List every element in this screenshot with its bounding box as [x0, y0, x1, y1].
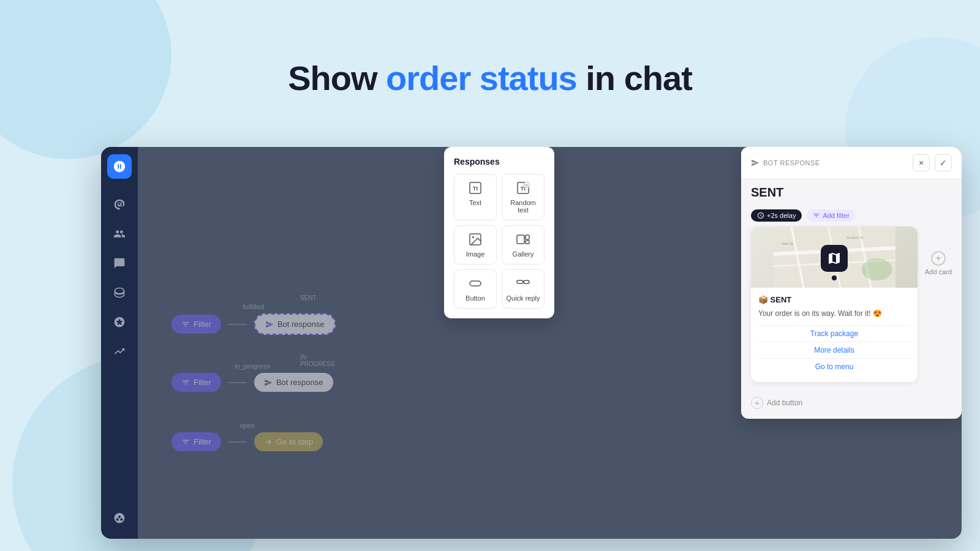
- sidebar-item-integrations[interactable]: [107, 506, 132, 530]
- response-item-random-text-label: Random text: [506, 199, 540, 214]
- delay-tag-label: +2s delay: [767, 212, 796, 219]
- text-icon: Tt: [468, 181, 483, 195]
- map-pin: [821, 245, 848, 272]
- responses-panel: Responses Tt Text Tt Tt: [444, 147, 554, 318]
- app-logo[interactable]: [107, 154, 132, 179]
- filter-tag-label: Add filter: [823, 212, 849, 219]
- confirm-button[interactable]: ✓: [935, 154, 952, 171]
- title-part1: Show: [288, 59, 386, 97]
- card-link-track[interactable]: Track package: [758, 325, 910, 342]
- page-title: Show order status in chat: [0, 58, 980, 98]
- sidebar-item-trends[interactable]: [107, 339, 132, 364]
- main-ui-container: fulfilled Filter Bot response SENT in_p: [101, 147, 962, 539]
- sidebar-item-users[interactable]: [107, 222, 132, 246]
- bot-response-panel: BOT RESPONSE × ✓ SENT +2s delay Add filt…: [741, 147, 962, 419]
- filter-tag[interactable]: Add filter: [807, 209, 855, 222]
- add-button-plus-icon: +: [751, 397, 763, 409]
- sidebar-item-analytics[interactable]: [107, 310, 132, 334]
- bot-response-label: BOT RESPONSE: [763, 159, 820, 167]
- add-card-plus-circle: +: [931, 251, 946, 266]
- card-content: 📦 SENT Your order is on its way. Wait fo…: [751, 288, 918, 382]
- svg-text:Tt: Tt: [473, 186, 478, 192]
- sidebar-item-messages[interactable]: [107, 251, 132, 276]
- responses-panel-title: Responses: [454, 157, 545, 167]
- random-text-icon: Tt Tt: [516, 181, 530, 195]
- svg-text:Grafton St.: Grafton St.: [846, 236, 864, 239]
- add-button-row[interactable]: + Add button: [741, 392, 962, 419]
- response-item-button-label: Button: [466, 294, 485, 302]
- sidebar-item-database[interactable]: [107, 280, 132, 305]
- svg-rect-12: [517, 280, 523, 283]
- card-link-details[interactable]: More details: [758, 342, 910, 358]
- response-item-gallery[interactable]: Gallery: [502, 225, 545, 264]
- gallery-icon: [516, 232, 530, 247]
- response-item-button[interactable]: Button: [454, 269, 497, 309]
- svg-point-22: [862, 258, 892, 280]
- header-actions: × ✓: [913, 154, 952, 171]
- title-part2: in chat: [577, 59, 692, 97]
- delay-tag[interactable]: +2s delay: [751, 209, 802, 222]
- sidebar: [101, 147, 138, 539]
- card-emoji-title: 📦 SENT: [758, 295, 910, 304]
- logo-icon: [113, 160, 126, 173]
- sidebar-item-org[interactable]: [107, 192, 132, 217]
- response-item-gallery-label: Gallery: [513, 250, 534, 258]
- quick-reply-icon: [516, 276, 530, 291]
- tags-row: +2s delay Add filter: [741, 204, 962, 227]
- card-body-text: Your order is on its way. Wait for it! 😍: [758, 308, 910, 319]
- card-area: Belt St. Grafton St. 📦 SENT: [741, 227, 962, 392]
- response-item-text-label: Text: [469, 199, 481, 206]
- svg-text:Belt St.: Belt St.: [782, 242, 794, 246]
- response-item-text[interactable]: Tt Text: [454, 174, 497, 220]
- response-item-quick-reply[interactable]: Quick reply: [502, 269, 545, 309]
- svg-rect-9: [526, 235, 529, 239]
- title-highlight: order status: [386, 59, 577, 97]
- send-header-icon: [751, 159, 760, 167]
- response-item-random-text[interactable]: Tt Tt Random text: [502, 174, 545, 220]
- svg-rect-8: [517, 235, 524, 244]
- map-dot: [832, 276, 837, 280]
- add-card-button[interactable]: + Add card: [925, 227, 952, 276]
- filter-tag-icon: [813, 212, 820, 219]
- close-button[interactable]: ×: [913, 154, 930, 171]
- map-image: Belt St. Grafton St.: [751, 227, 918, 288]
- message-card: Belt St. Grafton St. 📦 SENT: [751, 227, 918, 382]
- response-item-image-label: Image: [466, 250, 485, 258]
- card-link-menu[interactable]: Go to menu: [758, 358, 910, 375]
- button-icon: [468, 276, 483, 291]
- response-item-image[interactable]: Image: [454, 225, 497, 264]
- bot-response-title: SENT: [741, 179, 962, 204]
- add-button-label: Add button: [767, 399, 802, 407]
- svg-rect-10: [526, 241, 529, 244]
- svg-rect-11: [470, 281, 481, 286]
- box-icon: [827, 251, 842, 266]
- canvas-area: fulfilled Filter Bot response SENT in_p: [138, 147, 962, 539]
- svg-point-7: [472, 236, 474, 238]
- clock-icon: [757, 212, 764, 219]
- add-card-label: Add card: [925, 268, 952, 276]
- bot-response-header: BOT RESPONSE × ✓: [741, 147, 962, 179]
- responses-grid: Tt Text Tt Tt Random text: [454, 174, 545, 309]
- svg-rect-13: [524, 280, 529, 283]
- image-icon: [468, 232, 483, 247]
- svg-text:Tt: Tt: [525, 184, 529, 187]
- bot-response-header-left: BOT RESPONSE: [751, 159, 820, 167]
- response-item-quick-reply-label: Quick reply: [506, 294, 540, 302]
